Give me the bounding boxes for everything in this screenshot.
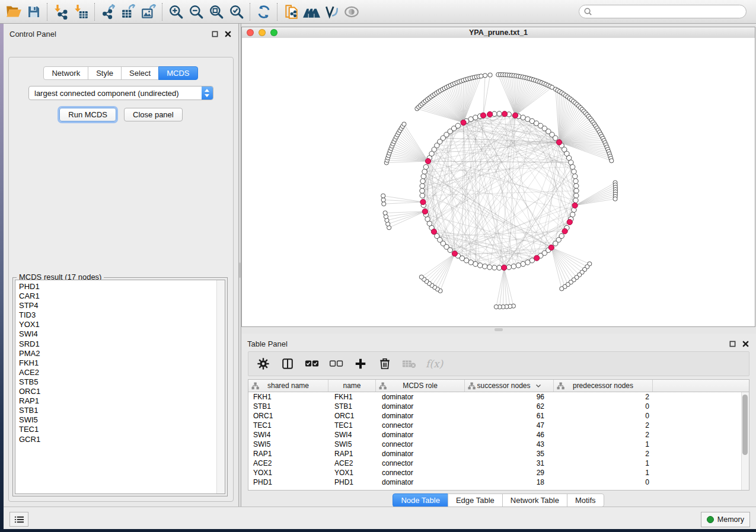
mcds-result-scrollbar[interactable] <box>216 280 225 493</box>
network-node[interactable] <box>521 115 525 120</box>
mcds-hub-node[interactable] <box>562 229 567 234</box>
network-node[interactable] <box>488 73 492 77</box>
mcds-result-node[interactable]: STB5 <box>19 377 215 387</box>
vizmapper-button[interactable] <box>321 2 342 21</box>
column-header-MCDS-role[interactable]: MCDS role <box>376 380 465 392</box>
zoom-out-button[interactable] <box>186 2 206 21</box>
network-node[interactable] <box>483 73 487 78</box>
table-row[interactable]: ORC1ORC1dominator610 <box>248 411 749 421</box>
select-all-button[interactable] <box>304 356 320 371</box>
open-file-button[interactable] <box>4 2 24 21</box>
clone-network-button[interactable] <box>281 2 301 21</box>
mcds-hub-node[interactable] <box>487 111 493 117</box>
refresh-button[interactable] <box>254 2 274 21</box>
import-network-button[interactable] <box>51 2 71 21</box>
mcds-result-node[interactable]: STB1 <box>19 406 215 415</box>
mcds-result-node[interactable]: ORC1 <box>19 387 215 396</box>
column-header-name[interactable]: name <box>328 380 376 392</box>
network-node[interactable] <box>572 174 577 178</box>
tab-node-table[interactable]: Node Table <box>393 493 448 507</box>
network-node[interactable] <box>574 184 579 188</box>
mcds-result-node[interactable]: SRD1 <box>19 339 215 349</box>
network-node[interactable] <box>506 265 511 270</box>
show-columns-button[interactable] <box>280 356 295 371</box>
mcds-result-node[interactable]: YOX1 <box>19 320 215 329</box>
network-node[interactable] <box>569 160 573 165</box>
mcds-hub-node[interactable] <box>502 111 507 117</box>
network-node[interactable] <box>473 261 478 266</box>
network-node[interactable] <box>468 117 473 121</box>
mcds-result-node[interactable]: SWI5 <box>19 415 215 425</box>
zoom-in-button[interactable] <box>166 2 186 21</box>
tab-select[interactable]: Select <box>121 66 159 80</box>
mcds-result-node[interactable]: ACE2 <box>19 368 215 377</box>
task-history-button[interactable] <box>9 512 28 527</box>
network-window-titlebar[interactable]: YPA_prune.txt_1 <box>242 27 755 39</box>
network-node[interactable] <box>525 260 530 265</box>
run-mcds-button[interactable]: Run MCDS <box>59 108 116 121</box>
table-row[interactable]: TEC1TEC1connector472 <box>248 421 749 430</box>
search-field[interactable] <box>579 5 747 18</box>
tab-mcds[interactable]: MCDS <box>158 66 197 80</box>
table-row[interactable]: SWI4SWI4dominator462 <box>248 430 749 440</box>
network-node[interactable] <box>613 197 617 201</box>
zoom-fit-button[interactable] <box>206 2 227 21</box>
mcds-result-node[interactable]: TEC1 <box>19 425 215 434</box>
network-node[interactable] <box>425 217 430 222</box>
network-node[interactable] <box>383 211 387 215</box>
network-node[interactable] <box>422 169 427 174</box>
export-table-button[interactable] <box>119 2 139 21</box>
mcds-hub-node[interactable] <box>422 209 428 214</box>
tab-motifs[interactable]: Motifs <box>567 493 604 507</box>
mcds-hub-node[interactable] <box>548 245 554 250</box>
mcds-result-node[interactable]: CAR1 <box>19 291 215 301</box>
network-node[interactable] <box>420 179 425 184</box>
mcds-hub-node[interactable] <box>425 158 430 164</box>
network-node[interactable] <box>381 194 385 198</box>
mcds-hub-node[interactable] <box>452 251 457 256</box>
column-header-successor-nodes[interactable]: successor nodes <box>465 380 554 392</box>
mcds-hub-node[interactable] <box>420 199 426 204</box>
mcds-result-node[interactable]: RAP1 <box>19 396 215 406</box>
network-node[interactable] <box>421 174 426 178</box>
close-panel-button[interactable] <box>224 30 232 39</box>
network-node[interactable] <box>610 159 614 163</box>
table-row[interactable]: FKH1FKH1dominator962 <box>248 392 749 402</box>
table-settings-button[interactable] <box>256 356 271 371</box>
network-node[interactable] <box>420 193 425 198</box>
table-scrollbar[interactable] <box>741 392 749 490</box>
mcds-hub-node[interactable] <box>556 140 562 145</box>
network-node[interactable] <box>497 111 502 116</box>
table-row[interactable]: SWI5SWI5connector431 <box>248 440 749 449</box>
horizontal-splitter-handle[interactable] <box>495 328 503 331</box>
network-node[interactable] <box>497 265 502 270</box>
tab-style[interactable]: Style <box>88 66 122 80</box>
criterion-dropdown[interactable]: largest connected component (undirected) <box>28 86 213 100</box>
first-neighbors-button[interactable] <box>301 2 321 21</box>
table-row[interactable]: PHD1PHD1dominator180 <box>248 477 749 487</box>
network-node[interactable] <box>419 275 423 279</box>
mcds-hub-node[interactable] <box>572 203 578 208</box>
network-node[interactable] <box>511 264 516 268</box>
close-panel-button-mcds[interactable]: Close panel <box>124 108 183 121</box>
delete-column-button[interactable] <box>377 356 393 371</box>
mcds-hub-node[interactable] <box>431 229 436 234</box>
memory-button[interactable]: Memory <box>701 512 750 527</box>
network-node[interactable] <box>570 212 575 217</box>
network-node[interactable] <box>423 165 428 169</box>
network-node[interactable] <box>482 264 487 268</box>
network-node[interactable] <box>420 184 425 188</box>
table-row[interactable]: RAP1RAP1dominator352 <box>248 449 749 459</box>
network-node[interactable] <box>573 198 578 203</box>
network-node[interactable] <box>487 265 492 270</box>
network-node[interactable] <box>455 123 460 128</box>
network-node[interactable] <box>570 165 575 169</box>
column-header-shared-name[interactable]: shared name <box>248 380 328 392</box>
mcds-result-node[interactable]: FKH1 <box>19 358 215 368</box>
tab-network-table[interactable]: Network Table <box>502 493 567 507</box>
tab-edge-table[interactable]: Edge Table <box>448 493 503 507</box>
mcds-result-node[interactable]: STP4 <box>19 301 215 310</box>
network-node[interactable] <box>494 305 498 309</box>
network-node[interactable] <box>479 74 483 78</box>
mcds-result-node[interactable]: PHD1 <box>19 282 215 291</box>
